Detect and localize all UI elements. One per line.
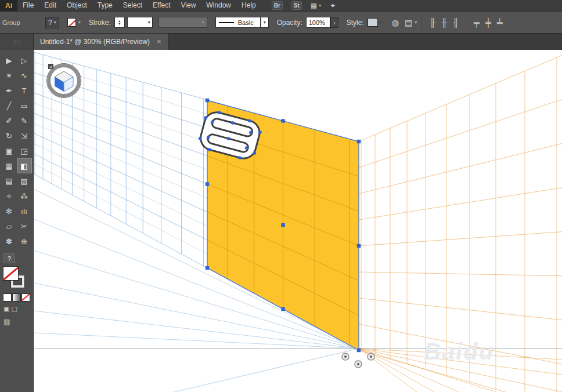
hand-tool[interactable]: ✽ [2, 234, 17, 249]
fill-stroke-control[interactable] [3, 267, 28, 290]
align-left-icon[interactable]: ╟ [427, 17, 438, 28]
fill-swatch[interactable] [3, 267, 18, 280]
gradient-button[interactable] [13, 294, 20, 301]
stroke-label: Stroke: [89, 19, 111, 27]
menu-help[interactable]: Help [236, 0, 261, 11]
chevron-down-icon: ▾ [148, 20, 150, 25]
main-menu: FileEditObjectTypeSelectEffectViewWindow… [17, 0, 261, 11]
paint-style-row [3, 294, 30, 301]
perspective-selection-tool[interactable]: ◧ [17, 158, 32, 173]
brush-definition-control[interactable]: Basic ▾ [215, 17, 269, 28]
screen-mode-button[interactable]: ▥ [3, 318, 10, 326]
app-logo[interactable]: Ai [0, 0, 17, 11]
document-title: Untitled-1* @ 300% (RGB/Preview) [40, 38, 150, 46]
tools-grid: ▶▷✶∿✒T╱▭✐✎↻⇲▣◲▦◧▤▧✧⁂✻ıIı▱✂✽⊕ [2, 53, 32, 249]
menu-object[interactable]: Object [62, 0, 92, 11]
stroke-weight-dropdown[interactable]: ▾ [127, 17, 153, 28]
workspace-icon: ▦ [311, 2, 317, 10]
fill-color-control[interactable]: ▾ [67, 18, 81, 27]
watermark: Baidu [424, 339, 494, 364]
symbol-sprayer-tool[interactable]: ✻ [2, 204, 17, 219]
menu-select[interactable]: Select [118, 0, 147, 11]
draw-normal-icon[interactable]: ▣ [3, 305, 9, 313]
perspective-grid-tool[interactable]: ▦ [2, 158, 17, 173]
selection-type-label: Group [0, 19, 33, 26]
opacity-panel-button[interactable]: › [330, 17, 338, 28]
brush-dropdown-button[interactable]: ▾ [261, 17, 269, 28]
chevron-down-icon: ▾ [54, 20, 56, 25]
line-segment-tool[interactable]: ╱ [2, 98, 17, 113]
zoom-tool[interactable]: ⊕ [17, 234, 32, 249]
rectangle-tool[interactable]: ▭ [17, 98, 32, 113]
blend-tool[interactable]: ⁂ [17, 188, 32, 204]
document-setup-icon[interactable]: ◍ [392, 18, 399, 27]
help-label: ? [48, 19, 52, 27]
workspace-switcher[interactable]: ▦ ▾ [311, 2, 321, 10]
document-tab[interactable]: Untitled-1* @ 300% (RGB/Preview) × [34, 34, 168, 50]
align-bottom-icon[interactable]: ╧ [494, 17, 506, 28]
selection-tool[interactable]: ▶ [2, 53, 17, 68]
none-slash-icon [3, 267, 18, 280]
brush-name: Basic [238, 19, 254, 26]
canvas-area[interactable]: Baidu [34, 50, 562, 392]
variable-width-profile-dropdown[interactable]: ▾ [158, 17, 207, 28]
help-dropdown[interactable]: ? ▾ [45, 17, 59, 28]
align-right-icon[interactable]: ╢ [450, 17, 462, 28]
brush-definition-box[interactable]: Basic [215, 17, 261, 28]
menu-edit[interactable]: Edit [39, 0, 62, 11]
type-tool[interactable]: T [17, 83, 32, 98]
menu-file[interactable]: File [17, 0, 39, 11]
menu-effect[interactable]: Effect [147, 0, 175, 11]
pen-tool[interactable]: ✒ [2, 83, 17, 98]
chevron-down-icon: ▾ [202, 20, 204, 25]
chevron-down-icon: ▾ [78, 20, 81, 25]
separator [422, 15, 422, 30]
direct-selection-tool[interactable]: ▷ [17, 53, 32, 68]
ground-level-widgets[interactable] [342, 353, 374, 368]
menu-bar: Ai FileEditObjectTypeSelectEffectViewWin… [0, 0, 562, 11]
opacity-input[interactable]: 100% [306, 17, 330, 28]
gradient-tool[interactable]: ▧ [17, 173, 32, 188]
scale-tool[interactable]: ⇲ [17, 128, 32, 143]
menu-type[interactable]: Type [92, 0, 118, 11]
lasso-tool[interactable]: ∿ [17, 68, 32, 83]
pencil-tool[interactable]: ✎ [17, 113, 32, 128]
align-top-icon[interactable]: ╤ [471, 17, 482, 28]
fill-none-swatch[interactable] [67, 18, 76, 27]
tools-panel-header[interactable]: ∷∷ [0, 34, 34, 50]
align-middle-icon[interactable]: ╪ [482, 17, 494, 28]
free-transform-tool[interactable]: ▣ [2, 143, 17, 158]
brush-stroke-icon [219, 22, 234, 23]
paintbrush-tool[interactable]: ✐ [2, 113, 17, 128]
arrange-documents-control[interactable]: ▤ ▾ [405, 18, 417, 27]
none-slash-icon [67, 18, 76, 27]
graphic-style-dropdown[interactable]: ▾ [368, 18, 382, 27]
magic-wand-tool[interactable]: ✶ [2, 68, 17, 83]
draw-behind-icon[interactable]: ▢ [11, 305, 17, 313]
rotate-tool[interactable]: ↻ [2, 128, 17, 143]
color-button[interactable] [3, 294, 11, 301]
tools-panel: ▶▷✶∿✒T╱▭✐✎↻⇲▣◲▦◧▤▧✧⁂✻ıIı▱✂✽⊕ ? ▣ ▢ ▥ [0, 50, 34, 392]
none-button[interactable] [22, 294, 30, 301]
menu-window[interactable]: Window [201, 0, 236, 11]
help-button[interactable]: ? [3, 253, 15, 263]
shape-builder-tool[interactable]: ◲ [17, 143, 32, 158]
chevron-down-icon: ▾ [264, 20, 266, 25]
close-icon[interactable]: × [157, 38, 161, 45]
artboard-tool[interactable]: ▱ [2, 219, 17, 234]
column-graph-tool[interactable]: ıIı [17, 204, 32, 219]
plane-switch-widget[interactable]: × [47, 64, 81, 98]
stroke-weight-stepper[interactable]: ▴ ▾ [114, 17, 125, 28]
chevron-down-icon: ▾ [319, 3, 321, 8]
opacity-label: Opacity: [277, 19, 302, 27]
menu-view[interactable]: View [176, 0, 201, 11]
mesh-tool[interactable]: ▤ [2, 173, 17, 188]
slice-tool[interactable]: ✂ [17, 219, 32, 234]
artboard-canvas[interactable]: Baidu [34, 50, 562, 392]
bridge-button[interactable]: Br [272, 1, 283, 10]
share-icon[interactable]: ✦ [330, 2, 336, 10]
style-swatch [368, 18, 378, 27]
align-center-icon[interactable]: ╫ [438, 17, 450, 28]
stock-button[interactable]: St [291, 1, 302, 10]
eyedropper-tool[interactable]: ✧ [2, 188, 17, 204]
